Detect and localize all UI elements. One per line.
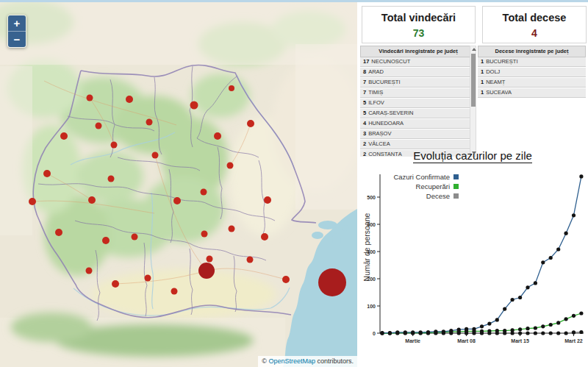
county-row: 1NEAMȚ (478, 78, 586, 88)
case-marker[interactable] (108, 176, 115, 182)
county-row: 8ARAD (360, 68, 470, 77)
case-marker[interactable] (112, 280, 119, 288)
recovered-card-title: Total vindecări (362, 12, 475, 24)
deaths-by-county-table: Decese înregistrate pe județ 1BUCUREȘTI1… (478, 46, 586, 104)
case-marker[interactable] (201, 231, 208, 238)
svg-text:400: 400 (367, 222, 376, 227)
svg-text:Mart 22: Mart 22 (564, 338, 583, 343)
county-row: 4HUNEDOARA (360, 119, 470, 129)
map-zoom-control: + − (7, 15, 26, 48)
zoom-out-button[interactable]: − (8, 31, 26, 47)
county-row: 5ILFOV (360, 99, 470, 108)
deaths-table-rows: 1BUCUREȘTI1DOLJ1NEAMȚ1SUCEAVA (478, 57, 586, 98)
svg-text:Mart 08: Mart 08 (457, 338, 476, 343)
svg-text:Mart 15: Mart 15 (511, 338, 529, 343)
case-marker[interactable] (86, 268, 93, 274)
attribution-suffix: contributors. (315, 357, 354, 365)
case-marker[interactable] (198, 263, 215, 279)
case-marker[interactable] (229, 226, 235, 232)
case-marker[interactable] (264, 196, 271, 204)
svg-text:100: 100 (367, 304, 376, 309)
case-marker[interactable] (60, 132, 68, 140)
case-marker[interactable] (29, 198, 36, 205)
case-marker[interactable] (318, 268, 346, 296)
svg-text:Decese: Decese (426, 192, 450, 200)
county-row: 5CARAȘ-SEVERIN (360, 109, 470, 118)
svg-text:Martie: Martie (405, 338, 420, 343)
romania-map[interactable]: + − © OpenStreetMap contributors. (0, 0, 357, 367)
case-marker[interactable] (227, 163, 234, 169)
scrollbar-thumb[interactable] (471, 54, 476, 107)
deaths-card-title: Total decese (483, 12, 586, 24)
case-marker[interactable] (126, 96, 133, 103)
recovered-total: 73 (362, 27, 475, 39)
county-row: 7TIMIȘ (360, 88, 470, 98)
svg-text:200: 200 (367, 277, 376, 282)
county-row: 7BUCUREȘTI (360, 78, 470, 88)
case-marker[interactable] (171, 288, 178, 295)
cases-evolution-chart: 0100200300400500MartieMart 08Mart 15Mart… (357, 165, 588, 349)
case-marker[interactable] (87, 95, 93, 101)
case-marker[interactable] (145, 275, 151, 282)
case-marker[interactable] (43, 170, 51, 177)
osm-link[interactable]: OpenStreetMap (268, 357, 315, 365)
deaths-card: Total decese 4 (482, 6, 587, 43)
case-marker[interactable] (214, 132, 221, 140)
case-marker[interactable] (55, 229, 62, 236)
svg-text:Recuperări: Recuperări (416, 182, 450, 190)
county-row: 3BRAȘOV (360, 129, 470, 139)
recovered-card: Total vindecări 73 (362, 6, 476, 43)
case-marker[interactable] (146, 119, 153, 126)
case-marker[interactable] (190, 101, 198, 110)
recovered-table-rows: 17NECUNOSCUT8ARAD7BUCUREȘTI7TIMIȘ5ILFOV5… (360, 57, 470, 157)
county-row: 1SUCEAVA (478, 88, 586, 98)
map-attribution: © OpenStreetMap contributors. (258, 356, 357, 367)
case-marker[interactable] (88, 196, 96, 204)
case-marker[interactable] (261, 233, 268, 240)
county-row: 1DOLJ (478, 68, 586, 77)
case-marker[interactable] (247, 120, 254, 127)
top-accent-bar (0, 0, 588, 2)
zoom-in-button[interactable]: + (8, 15, 26, 31)
case-marker[interactable] (152, 152, 159, 159)
svg-text:Cazuri Confirmate: Cazuri Confirmate (393, 173, 450, 181)
deaths-table-header: Decese înregistrate pe județ (478, 46, 586, 57)
case-marker[interactable] (247, 257, 254, 263)
dashboard: + − © OpenStreetMap contributors. Total … (0, 0, 588, 367)
case-marker[interactable] (132, 234, 138, 240)
recovered-by-county-table: Vindecări înregistrate pe județ 17NECUNO… (360, 46, 476, 157)
county-row: 17NECUNOSCUT (360, 57, 470, 67)
chart-title: Evoluția cazurilor pe zile (357, 149, 588, 162)
county-row: 1BUCUREȘTI (478, 57, 586, 67)
stats-panel: Total vindecări 73 Total decese 4 Vindec… (357, 0, 588, 367)
case-marker[interactable] (96, 123, 102, 129)
case-marker[interactable] (207, 256, 213, 263)
case-marker[interactable] (173, 197, 181, 204)
case-marker[interactable] (111, 142, 118, 149)
case-marker[interactable] (229, 85, 234, 91)
case-marker[interactable] (102, 237, 110, 244)
scroll-up-icon[interactable] (471, 46, 476, 52)
case-marker[interactable] (282, 276, 290, 283)
county-row: 2VÂLCEA (360, 140, 470, 149)
recovered-table-header: Vindecări înregistrate pe județ (360, 46, 476, 57)
recovered-table-scrollbar[interactable] (470, 46, 476, 157)
svg-text:500: 500 (367, 195, 376, 200)
case-marker[interactable] (201, 189, 207, 196)
svg-text:0: 0 (373, 331, 376, 336)
map-canvas[interactable] (0, 0, 357, 367)
svg-text:300: 300 (367, 249, 376, 254)
deaths-total: 4 (483, 27, 586, 39)
